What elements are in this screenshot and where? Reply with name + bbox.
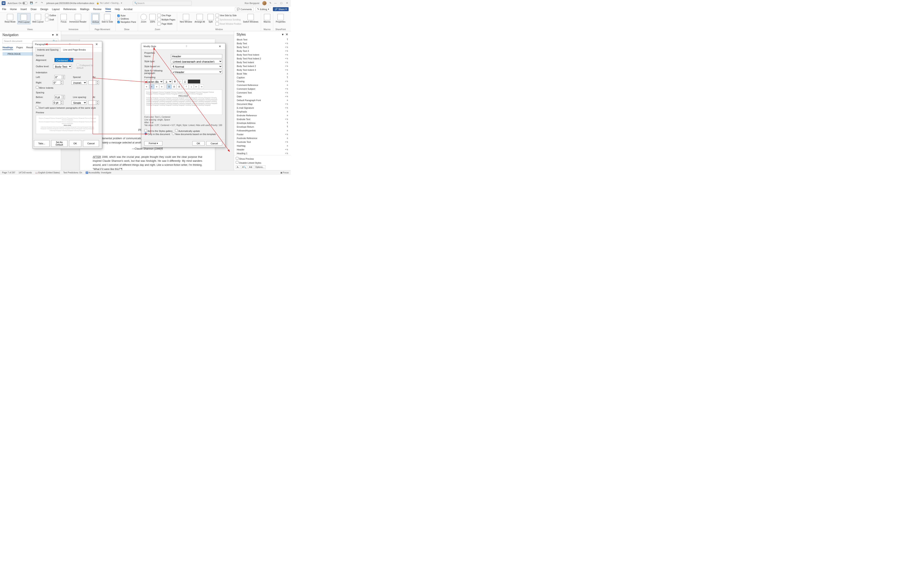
mirror-indents-checkbox[interactable]: Mirror indents <box>36 87 53 89</box>
outline-level-select[interactable]: Body Text <box>53 64 72 69</box>
ruler-checkbox[interactable]: Ruler <box>117 14 136 17</box>
style-item[interactable]: Body Text Indent 3↵a <box>235 68 290 72</box>
increase-indent-button[interactable]: ⇥ <box>199 84 204 89</box>
style-item[interactable]: Footer↵a <box>235 132 290 136</box>
redo-icon[interactable]: ↷ <box>41 1 44 5</box>
properties-button[interactable]: Properties <box>275 13 286 24</box>
search-input[interactable]: 🔍 Search <box>133 1 192 6</box>
tabs-button[interactable]: Tabs... <box>34 140 50 147</box>
pen-icon[interactable]: ✎ <box>270 1 272 4</box>
comments-button[interactable]: 💬 Comments <box>235 7 254 11</box>
style-item[interactable]: Body Text↵a <box>235 42 290 45</box>
read-mode-button[interactable]: Read Mode <box>4 13 16 24</box>
tab-view[interactable]: View <box>105 7 111 12</box>
style-type-select[interactable]: Linked (paragraph and character) <box>171 59 222 63</box>
switch-windows-button[interactable]: Switch Windows <box>242 13 259 24</box>
right-indent-input[interactable]: ▲▼ <box>53 81 63 85</box>
special-indent-select[interactable]: (none) <box>71 81 87 85</box>
nav-dropdown-icon[interactable]: ▾ <box>52 33 54 37</box>
auto-update-checkbox[interactable]: Automatically update <box>175 130 200 132</box>
line-breaks-tab[interactable]: Line and Page Breaks <box>61 47 88 52</box>
avatar[interactable] <box>262 1 267 5</box>
help-icon[interactable]: ? <box>69 43 70 45</box>
style-item[interactable]: Comment Subject↵a <box>235 87 290 91</box>
style-item[interactable]: Comment Text↵a <box>235 91 290 94</box>
new-window-button[interactable]: New Window <box>179 13 193 24</box>
left-indent-input[interactable]: ▲▼ <box>54 75 65 79</box>
vertical-button[interactable]: Vertical <box>91 13 100 24</box>
save-icon[interactable]: 💾 <box>30 1 33 5</box>
paragraph-cancel-button[interactable]: Cancel <box>83 140 99 147</box>
style-item[interactable]: Emphasisa <box>235 110 290 114</box>
based-on-select[interactable]: ¶ Normal <box>171 64 222 69</box>
bold-button[interactable]: B <box>172 79 177 84</box>
paragraph-ok-button[interactable]: OK <box>69 140 81 147</box>
styles-options-button[interactable]: Options... <box>254 165 266 169</box>
dont-add-space-checkbox[interactable]: Don't add space between paragraphs of th… <box>36 106 96 109</box>
multi-page-button[interactable]: Multiple Pages <box>158 18 176 21</box>
set-default-button[interactable]: Set As Default <box>51 140 68 147</box>
style-item[interactable]: Endnote Referencea <box>235 114 290 117</box>
style-item[interactable]: Body Text First Indent↵a <box>235 53 290 57</box>
outline-button[interactable]: Outline <box>45 13 56 17</box>
print-layout-button[interactable]: Print Layout <box>17 13 30 24</box>
style-item[interactable]: Document Map↵a <box>235 102 290 106</box>
editing-button[interactable]: ✎ Editing ▾ <box>255 7 271 11</box>
style-item[interactable]: Default Paragraph Fonta <box>235 98 290 102</box>
double-space-button[interactable]: ☰ <box>177 84 182 89</box>
styles-dropdown-icon[interactable]: ▾ <box>282 33 284 36</box>
manage-styles-button[interactable]: A⚙ <box>248 165 254 169</box>
after-spacing-input[interactable]: ▲▼ <box>53 100 63 105</box>
style-item[interactable]: Hashtaga <box>235 144 290 148</box>
autosave-toggle[interactable]: AutoSave On <box>8 1 28 4</box>
nav-tab-headings[interactable]: Headings <box>3 45 13 50</box>
only-this-doc-radio[interactable]: Only in this document <box>144 133 170 135</box>
format-button[interactable]: Format ▾ <box>144 141 162 145</box>
show-preview-checkbox[interactable]: Show Preview <box>236 157 289 160</box>
new-style-button[interactable]: A₊ <box>236 165 240 169</box>
arrange-all-button[interactable]: Arrange All <box>194 13 206 24</box>
font-select[interactable]: Calibri (Body) <box>144 79 163 84</box>
modify-close-button[interactable]: ✕ <box>217 45 223 48</box>
style-item[interactable]: Book Titlea <box>235 72 290 76</box>
style-item[interactable]: Footnote Text↵a <box>235 140 290 144</box>
tab-help[interactable]: Help <box>115 7 120 12</box>
line-spacing-select[interactable]: Single <box>71 100 87 105</box>
help-icon[interactable]: ? <box>186 45 187 48</box>
style-item[interactable]: E-mail Signature↵a <box>235 106 290 110</box>
font-size-select[interactable]: 11 <box>164 79 172 84</box>
style-item[interactable]: Block Text¶ <box>235 38 290 42</box>
new-docs-radio[interactable]: New documents based on this template <box>172 133 216 135</box>
style-name-input[interactable] <box>171 54 222 58</box>
draft-button[interactable]: Draft <box>45 18 56 21</box>
zoom-button[interactable]: Zoom <box>140 13 148 24</box>
at-input[interactable]: ▲▼ <box>88 100 99 105</box>
accessibility[interactable]: ♿ Accessibility: Investigate <box>86 171 111 174</box>
align-left-button[interactable]: ≡ <box>144 84 149 89</box>
navpane-checkbox[interactable]: Navigation Pane <box>117 21 136 23</box>
modify-cancel-button[interactable]: Cancel <box>206 141 222 145</box>
gridlines-checkbox[interactable]: Gridlines <box>117 18 136 20</box>
focus-mode-button[interactable]: ▣ Focus <box>280 171 289 174</box>
word-count[interactable]: 147143 words <box>18 171 32 174</box>
by-input[interactable]: ▲▼ <box>88 81 99 85</box>
1-5-space-button[interactable]: ☰ <box>172 84 176 89</box>
one-page-button[interactable]: One Page <box>158 13 176 17</box>
style-item[interactable]: FollowedHyperlinka <box>235 129 290 132</box>
style-item[interactable]: Body Text Indent 2↵a <box>235 64 290 68</box>
undo-icon[interactable]: ↶ <box>35 1 39 5</box>
maximize-icon[interactable]: ▢ <box>280 1 283 4</box>
immersive-reader-button[interactable]: Immersive Reader <box>69 13 87 24</box>
style-item[interactable]: Envelope Address¶ <box>235 121 290 125</box>
minimize-icon[interactable]: — <box>274 1 277 4</box>
text-predictions[interactable]: Text Predictions: On <box>63 171 82 174</box>
add-to-gallery-checkbox[interactable]: Add to the Styles gallery <box>144 130 172 132</box>
following-style-select[interactable]: ↵Header <box>171 70 222 74</box>
tab-layout[interactable]: Layout <box>52 7 60 12</box>
split-button[interactable]: Split <box>207 13 214 24</box>
page-count[interactable]: Page 7 of 297 <box>2 171 15 174</box>
tab-home[interactable]: Home <box>10 7 16 12</box>
tab-mailings[interactable]: Mailings <box>80 7 89 12</box>
modify-ok-button[interactable]: OK <box>192 141 204 145</box>
paragraph-1[interactable]: AFTER 1948, which was the crucial year, … <box>93 155 202 170</box>
